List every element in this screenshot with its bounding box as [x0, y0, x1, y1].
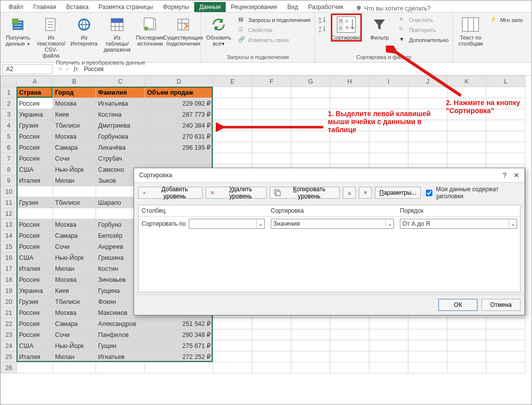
- cell[interactable]: Россия: [17, 219, 53, 230]
- copy-level-button[interactable]: Копировать уровень: [270, 187, 340, 199]
- cell[interactable]: [408, 340, 447, 351]
- cell[interactable]: [447, 318, 486, 329]
- cancel-button[interactable]: Отмена: [481, 299, 520, 311]
- cell[interactable]: [53, 362, 96, 373]
- tab-вид[interactable]: Вид: [282, 2, 303, 12]
- cell[interactable]: 296 195 ₽: [145, 142, 213, 153]
- row-header[interactable]: 17: [1, 263, 17, 274]
- delete-level-button[interactable]: ✕ Удалить уровень: [206, 187, 267, 199]
- col-header-L[interactable]: L: [486, 76, 525, 87]
- cell[interactable]: Россия: [17, 241, 53, 252]
- row-header[interactable]: 3: [1, 109, 17, 120]
- cell[interactable]: Тбилиси: [53, 197, 96, 208]
- cell[interactable]: [213, 142, 252, 153]
- cell[interactable]: Самара: [53, 142, 96, 153]
- cell[interactable]: Александров: [96, 318, 145, 329]
- cell[interactable]: [145, 153, 213, 164]
- cell[interactable]: Нью-Йорк: [53, 164, 96, 175]
- get-data-btn-4[interactable]: Последние источники: [136, 15, 165, 47]
- tab-формулы[interactable]: Формулы: [158, 2, 194, 12]
- tab-разметка страницы[interactable]: Разметка страницы: [94, 2, 158, 12]
- row-header[interactable]: 20: [1, 296, 17, 307]
- cell[interactable]: [252, 120, 291, 131]
- cell[interactable]: Лихачёва: [96, 142, 145, 153]
- cell[interactable]: [486, 131, 525, 142]
- cell[interactable]: [330, 340, 369, 351]
- close-icon[interactable]: ✕: [513, 171, 519, 179]
- cell[interactable]: [447, 87, 486, 98]
- col-header-H[interactable]: H: [330, 76, 369, 87]
- cell[interactable]: [486, 120, 525, 131]
- row-header[interactable]: 15: [1, 241, 17, 252]
- cell[interactable]: [291, 351, 330, 362]
- cell[interactable]: [291, 340, 330, 351]
- tell-me-search[interactable]: Что вы хотите сделать?: [348, 5, 431, 12]
- row-header[interactable]: 24: [1, 340, 17, 351]
- help-icon[interactable]: ?: [502, 171, 506, 179]
- cell[interactable]: [53, 208, 96, 219]
- cell[interactable]: Москва: [53, 274, 96, 285]
- cell[interactable]: [486, 318, 525, 329]
- cell[interactable]: [291, 109, 330, 120]
- cell[interactable]: США: [17, 340, 53, 351]
- cell[interactable]: [291, 329, 330, 340]
- cell[interactable]: [252, 351, 291, 362]
- col-header-A[interactable]: A: [17, 76, 53, 87]
- cell[interactable]: [369, 87, 408, 98]
- cell[interactable]: 287 773 ₽: [145, 109, 213, 120]
- cell[interactable]: 251 542 ₽: [145, 318, 213, 329]
- sort-desc-button[interactable]: ЯА: [318, 25, 328, 34]
- cell[interactable]: Италия: [17, 351, 53, 362]
- cell[interactable]: США: [17, 164, 53, 175]
- cell[interactable]: Москва: [53, 98, 96, 109]
- cell[interactable]: Сочи: [53, 241, 96, 252]
- cell[interactable]: [447, 131, 486, 142]
- sort-order-combo[interactable]: От А до Я⌄: [400, 219, 517, 229]
- cell[interactable]: [408, 362, 447, 373]
- cell[interactable]: [408, 329, 447, 340]
- cell[interactable]: [447, 351, 486, 362]
- row-header[interactable]: 6: [1, 142, 17, 153]
- cell[interactable]: [252, 87, 291, 98]
- cell[interactable]: Самара: [53, 318, 96, 329]
- cell[interactable]: [447, 142, 486, 153]
- cell[interactable]: [17, 186, 53, 197]
- cell[interactable]: [330, 153, 369, 164]
- cell[interactable]: Милан: [53, 175, 96, 186]
- cell[interactable]: [369, 318, 408, 329]
- col-header-F[interactable]: F: [252, 76, 291, 87]
- cell[interactable]: [447, 362, 486, 373]
- cell[interactable]: Страна: [17, 87, 53, 98]
- cell[interactable]: Фамилия: [96, 87, 145, 98]
- row-header[interactable]: 12: [1, 208, 17, 219]
- cell[interactable]: [145, 362, 213, 373]
- cell[interactable]: [330, 87, 369, 98]
- sort-button[interactable]: ЯААЯ Сортировка: [332, 15, 361, 41]
- row-header[interactable]: 4: [1, 120, 17, 131]
- cell[interactable]: Костина: [96, 109, 145, 120]
- cell[interactable]: Дмитриева: [96, 120, 145, 131]
- cell[interactable]: [291, 87, 330, 98]
- cell[interactable]: [330, 351, 369, 362]
- tab-рецензирование[interactable]: Рецензирование: [226, 2, 282, 12]
- cell[interactable]: [369, 340, 408, 351]
- cell[interactable]: [213, 120, 252, 131]
- refresh-all-button[interactable]: Обновить все▾: [204, 15, 233, 47]
- tab-файл[interactable]: Файл: [4, 2, 29, 12]
- cell[interactable]: [213, 87, 252, 98]
- cell[interactable]: Гущин: [96, 340, 145, 351]
- cell[interactable]: [408, 153, 447, 164]
- cell[interactable]: 290 348 ₽: [145, 329, 213, 340]
- cell[interactable]: [213, 351, 252, 362]
- cell[interactable]: Грузия: [17, 296, 53, 307]
- row-header[interactable]: 7: [1, 153, 17, 164]
- cell[interactable]: [252, 131, 291, 142]
- cell[interactable]: Тбилиси: [53, 296, 96, 307]
- cell[interactable]: [330, 142, 369, 153]
- cell[interactable]: Россия: [17, 274, 53, 285]
- row-header[interactable]: 23: [1, 329, 17, 340]
- cell[interactable]: 229 092 ₽: [145, 98, 213, 109]
- cell[interactable]: [369, 362, 408, 373]
- cell[interactable]: [330, 318, 369, 329]
- cell[interactable]: [447, 340, 486, 351]
